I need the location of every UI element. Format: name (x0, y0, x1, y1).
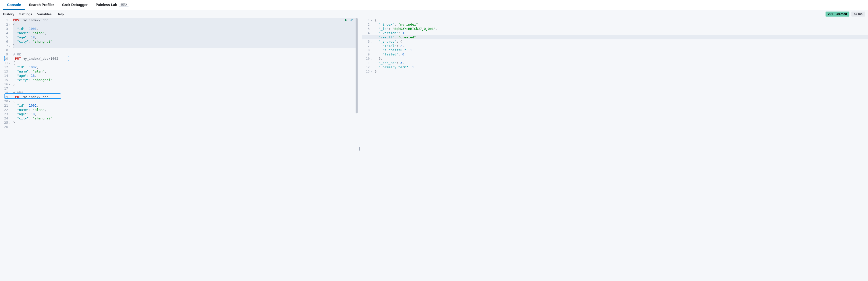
code-line[interactable]: "id": 1001, (13, 27, 358, 31)
line-number: 19 (0, 95, 10, 99)
tab-label: Painless Lab (96, 3, 117, 7)
line-number: 4 (0, 31, 10, 35)
code-line[interactable] (13, 48, 358, 52)
code-line[interactable]: "age": 18, (13, 73, 358, 78)
line-number: 3 (0, 27, 10, 31)
scrollbar[interactable] (355, 18, 358, 279)
line-number: 11▾ (0, 61, 10, 65)
subbar-right: 201 - Created 57 ms (826, 11, 865, 16)
code-line[interactable]: "city": "shanghai" (13, 39, 358, 44)
code-line[interactable]: "age": 18, (13, 35, 358, 39)
line-number: 25▾ (0, 120, 10, 125)
code-line[interactable]: "result": "created", (362, 35, 868, 39)
tab-label: Console (7, 3, 21, 7)
editor-container: 12▾34567▾891011▾1213141516▾17181920▾2122… (0, 18, 868, 279)
code-line[interactable]: "_shards": { (375, 39, 868, 44)
code-line[interactable]: { (13, 99, 358, 103)
code-line[interactable]: "id": 1002, (13, 65, 358, 69)
line-number: 22 (0, 108, 10, 112)
subbar-help[interactable]: Help (57, 12, 64, 16)
request-editor-pane: 12▾34567▾891011▾1213141516▾17181920▾2122… (0, 18, 358, 279)
code-line[interactable]: "name": "alan", (13, 31, 358, 35)
code-line[interactable]: } (13, 82, 358, 86)
line-number: 18 (0, 91, 10, 95)
code-line[interactable]: "id": 1002, (13, 103, 358, 108)
send-request-icon[interactable] (344, 18, 348, 22)
code-line[interactable]: } (375, 69, 868, 73)
line-number: 16▾ (0, 82, 10, 86)
line-number: 10 (0, 57, 10, 61)
line-number: 8 (362, 48, 372, 52)
code-line[interactable]: } (13, 44, 358, 48)
line-number: 1 (0, 18, 10, 22)
line-number: 20▾ (0, 99, 10, 103)
tab-console[interactable]: Console (3, 0, 25, 10)
line-number: 4 (362, 31, 372, 35)
line-number: 7▾ (0, 44, 10, 48)
line-number: 14 (0, 73, 10, 78)
response-editor[interactable]: 1▾23456▾78910▾111213▾ { "_index": "my_in… (362, 18, 868, 73)
subbar-history[interactable]: History (3, 12, 14, 16)
tabs-bar: Console Search Profiler Grok Debugger Pa… (0, 0, 868, 10)
line-number: 13 (0, 69, 10, 73)
code-line[interactable]: }, (375, 57, 868, 61)
line-number: 6 (0, 39, 10, 44)
line-number: 12 (0, 65, 10, 69)
request-editor[interactable]: 12▾34567▾891011▾1213141516▾17181920▾2122… (0, 18, 358, 129)
line-number: 10▾ (362, 57, 372, 61)
splitter[interactable]: ‖ (358, 18, 362, 279)
tab-grok-debugger[interactable]: Grok Debugger (58, 0, 92, 10)
code-line[interactable] (13, 125, 358, 129)
subbar-settings[interactable]: Settings (19, 12, 32, 16)
beta-badge: BETA (119, 3, 129, 6)
code-line[interactable]: "city": "shanghai" (13, 116, 358, 120)
status-badge: 201 - Created (826, 11, 849, 16)
line-number: 9 (0, 52, 10, 57)
code-line[interactable]: "total": 2, (375, 44, 868, 48)
time-badge: 57 ms (851, 11, 865, 16)
code-line[interactable]: } (13, 120, 358, 125)
line-number: 15 (0, 78, 10, 82)
code-line[interactable]: "_id": "dqhD3YcBBICkJ7jQjQeL", (375, 27, 868, 31)
code-line[interactable]: "successful": 1, (375, 48, 868, 52)
line-number: 9 (362, 52, 372, 57)
tab-search-profiler[interactable]: Search Profiler (25, 0, 58, 10)
code-line[interactable]: "_seq_no": 3, (375, 61, 868, 65)
code-line[interactable]: "age": 18, (13, 112, 358, 116)
svg-point-0 (352, 19, 352, 20)
tab-painless-lab[interactable]: Painless Lab BETA (92, 0, 133, 10)
line-number: 7 (362, 44, 372, 48)
code-line[interactable]: { (375, 18, 868, 22)
code-line[interactable]: "city": "shanghai" (13, 78, 358, 82)
line-number: 21 (0, 103, 10, 108)
code-line[interactable]: "name": "alan", (13, 108, 358, 112)
code-line[interactable]: PUT my_index/_doc/1002 (13, 57, 358, 61)
line-number: 26 (0, 125, 10, 129)
subbar-left: History Settings Variables Help (3, 12, 64, 16)
request-actions (344, 18, 353, 22)
line-number: 2 (362, 22, 372, 27)
code-line[interactable]: PUT my_index/_doc (13, 95, 358, 99)
code-line[interactable] (13, 86, 358, 91)
fold-icon[interactable]: ▾ (371, 70, 372, 74)
code-line[interactable]: "name": "alan", (13, 69, 358, 73)
code-line[interactable]: POST my_index/_doc (13, 18, 358, 22)
code-line[interactable]: "_version": 1, (375, 31, 868, 35)
line-number: 3 (362, 27, 372, 31)
code-line[interactable]: "_index": "my_index", (375, 22, 868, 27)
line-number: 8 (0, 48, 10, 52)
code-line[interactable]: # OK (13, 52, 358, 57)
wrench-icon[interactable] (349, 18, 353, 22)
line-number: 17 (0, 86, 10, 91)
subbar: History Settings Variables Help 201 - Cr… (0, 10, 868, 18)
line-number: 13▾ (362, 69, 372, 73)
code-line[interactable]: { (13, 61, 358, 65)
subbar-variables[interactable]: Variables (37, 12, 52, 16)
code-line[interactable]: "failed": 0 (375, 52, 868, 57)
line-number: 12 (362, 65, 372, 69)
code-line[interactable]: # 错误 (13, 91, 358, 95)
response-editor-pane: 1▾23456▾78910▾111213▾ { "_index": "my_in… (362, 18, 868, 279)
code-line[interactable]: { (13, 22, 358, 27)
code-line[interactable]: "_primary_term": 1 (375, 65, 868, 69)
line-number: 6▾ (362, 39, 372, 44)
